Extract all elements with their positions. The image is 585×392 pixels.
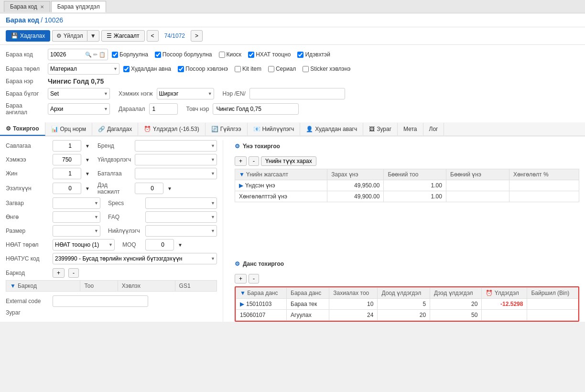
tab-uldegdel[interactable]: ⏰ Үлдэгдэл (-16.53) — [138, 123, 205, 135]
baraa-turul-select-wrap[interactable]: Материал — [48, 63, 119, 75]
action-main-button[interactable]: ⚙ Үйлдэл — [52, 30, 87, 42]
tab-close-icon[interactable]: ✕ — [40, 4, 44, 10]
razmer-label: Размер — [6, 228, 49, 234]
checkbox-posoor-borluulna[interactable]: Посоор борлуулна — [155, 51, 212, 58]
tab-log[interactable]: Лог — [423, 123, 444, 135]
ded-nasjilt-arrow[interactable]: ▼ — [167, 186, 172, 191]
filter-icon[interactable]: ▼ — [10, 283, 16, 289]
hemjee-arrow[interactable]: ▼ — [85, 157, 90, 163]
checkbox-posoor-xewlenz[interactable]: Посоор хэвлэнэ — [178, 65, 228, 72]
niiluurlegch-select[interactable] — [145, 225, 217, 237]
list-icon: ☰ — [107, 33, 112, 39]
tab-baraa-kod[interactable]: Бараа код ✕ — [4, 1, 50, 12]
table-row: Хөнгөлөлттэй үнэ 49,900.00 1.00 — [235, 191, 579, 202]
price-filter-icon[interactable]: ▼ — [239, 171, 245, 178]
next-button[interactable]: > — [191, 30, 203, 42]
title-slash: / — [41, 16, 44, 24]
tab-taxirgoo[interactable]: ⚙ Тохиргоо — [0, 122, 45, 136]
baraa-turul-select[interactable]: Материал — [48, 63, 119, 75]
price-history-button[interactable]: Үнийн түүх харах — [261, 156, 316, 166]
baraa-angilal-select[interactable]: Архи — [48, 103, 110, 115]
razmer-select[interactable] — [53, 225, 100, 237]
moq-arrow[interactable]: ▼ — [178, 242, 183, 248]
checkbox-xudaldaj-avna[interactable]: Худалдан авна — [123, 65, 171, 72]
baraa-ner-value: Чингис Голд 0,75 — [48, 77, 104, 85]
row-savlagaa: Савлагаа ▼ Бренд — [6, 140, 217, 152]
ded-nasjilt-input[interactable] — [135, 183, 163, 194]
savlagaa-arrow[interactable]: ▼ — [85, 143, 90, 149]
dans-zaxialax-2: 24 — [329, 310, 378, 321]
zagwar-select[interactable] — [53, 197, 100, 209]
checkbox-serial[interactable]: Сериал — [268, 65, 296, 72]
barcode-remove-button[interactable]: - — [68, 268, 79, 278]
noat-turul-select[interactable]: НӨАТ тооцно (1) — [53, 239, 115, 250]
table-row: ▶Үндсэн үнэ 49,950.00 1.00 — [235, 180, 579, 191]
tab-niiluurlegch[interactable]: 📧 Нийлүүлэгч — [248, 123, 301, 135]
tab-guilgee[interactable]: 🔄 Гүйлгээ — [206, 123, 248, 135]
checkbox-kit-item[interactable]: Kit item — [235, 65, 261, 72]
ezelhuun-input[interactable] — [53, 183, 81, 194]
baraa-bulug-select[interactable]: Set — [48, 88, 110, 99]
search-icon[interactable]: 🔍 — [85, 52, 92, 58]
barcode-col-xewlex: Хэвлэх — [118, 281, 175, 292]
tab-xudaldaj-avagch[interactable]: 👤 Худалдан авагч — [300, 123, 363, 135]
hemjee-input[interactable] — [53, 154, 81, 165]
hemjix-negj-select[interactable]: Ширхэг — [157, 88, 214, 99]
brend-select[interactable] — [135, 140, 217, 152]
tab-orts-norm[interactable]: 📊 Орц норм — [45, 123, 92, 135]
baraa-kod-input-group[interactable]: 🔍 ✏ 📋 — [48, 49, 108, 60]
edit-icon[interactable]: ✏ — [93, 52, 98, 58]
jin-arrow[interactable]: ▼ — [85, 171, 90, 176]
tab-meta[interactable]: Мета — [398, 123, 423, 135]
save-label: Хадгалах — [20, 33, 45, 39]
checkbox-kiosk[interactable]: Киоск — [219, 51, 242, 58]
row-expand-icon[interactable]: ▶ — [239, 182, 243, 189]
checkbox-idewxtei[interactable]: Идэвхтэй — [297, 51, 330, 58]
list-button[interactable]: ☰ Жагсаалт — [101, 30, 145, 42]
tovch-ner-label: Товч нэр — [186, 106, 209, 112]
dans-add-button[interactable]: + — [235, 274, 247, 283]
baraa-kod-input[interactable] — [50, 51, 84, 58]
batalgaa-select[interactable] — [135, 168, 217, 179]
ongu-select[interactable] — [53, 211, 100, 223]
dans-gear-icon: ⚙ — [235, 261, 240, 267]
tab-baraa-uldegdel[interactable]: Бараа үлдэгдэл — [51, 1, 106, 12]
price-gear-icon: ⚙ — [235, 143, 240, 150]
row-jin: Жин ▼ Баталгаа — [6, 168, 217, 179]
tovch-ner-input[interactable] — [213, 103, 299, 115]
dans-dood-2: 20 — [378, 310, 430, 321]
price-remove-button[interactable]: - — [249, 156, 259, 166]
moq-input[interactable] — [145, 239, 174, 250]
uildwerlegch-select[interactable] — [135, 154, 217, 165]
dans-filter-icon[interactable]: ▼ — [240, 290, 246, 296]
faq-select[interactable] — [145, 211, 217, 223]
price-col-zarax: Зарах үнэ — [327, 169, 384, 180]
specs-select[interactable] — [145, 197, 217, 209]
link-icon: 🔗 — [98, 126, 105, 132]
copy-icon[interactable]: 📋 — [99, 52, 106, 58]
price-add-button[interactable]: + — [235, 156, 247, 166]
savlagaa-input[interactable] — [53, 140, 81, 152]
dans-name-1: Бараа тек — [287, 299, 329, 310]
checkbox-sticker[interactable]: Sticker хэвлэнэ — [303, 65, 350, 72]
jin-input[interactable] — [53, 168, 81, 179]
daraalal-input[interactable] — [149, 103, 178, 115]
external-code-input[interactable] — [53, 295, 148, 307]
ner-en-input[interactable] — [249, 88, 345, 99]
dans-remove-button[interactable]: - — [249, 274, 259, 283]
ner-en-label: Нэр /EN/ — [223, 90, 246, 97]
noatus-select[interactable]: 2399990 - Бусад төрлийн хүнсний бүтэзгдэ… — [53, 253, 217, 264]
baraa-kod-label: Бараа код — [6, 51, 44, 58]
action-arrow-button[interactable]: ▼ — [87, 30, 99, 42]
barcode-add-button[interactable]: + — [53, 268, 65, 278]
checkbox-borluulna[interactable]: Борлуулна — [112, 51, 148, 58]
ezelhuun-arrow[interactable]: ▼ — [85, 186, 90, 191]
row-expand-icon-1[interactable]: ▶ — [240, 301, 244, 307]
save-button[interactable]: 💾 Хадгалах — [6, 30, 50, 42]
prev-button[interactable]: < — [147, 30, 159, 42]
checkbox-nxat[interactable]: НХАТ тооцно — [248, 51, 291, 58]
tab-dagaldax[interactable]: 🔗 Дагалдах — [92, 123, 138, 135]
tab-zurag[interactable]: 🖼 Зураг — [363, 123, 398, 135]
dans-col-deed: Дээд үлдэгдэл — [430, 288, 482, 299]
dans-col-uldegdel: ⏰ Үлдэгдэл — [482, 288, 527, 299]
